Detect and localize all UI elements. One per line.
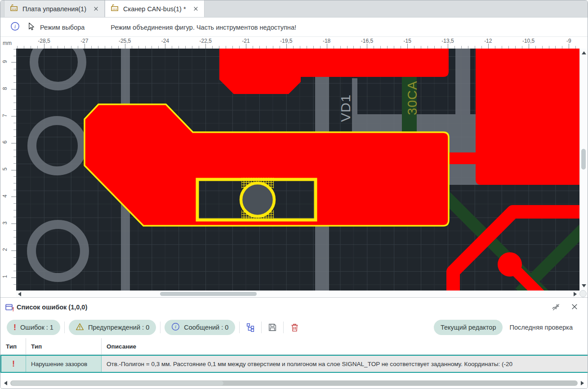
pcb-canvas-svg: VD1 30CA: [16, 49, 579, 291]
v-ruler-tick: [11, 89, 16, 89]
svg-text:i: i: [175, 324, 176, 329]
column-header-type[interactable]: Тип: [26, 338, 102, 354]
tab-control-board[interactable]: Плата управления(1): [4, 0, 105, 17]
h-ruler-tick: [286, 44, 287, 49]
v-ruler-tick: [11, 116, 16, 116]
v-ruler-tick: [11, 62, 16, 63]
v-ruler-label: 4: [2, 192, 8, 200]
component-text: 30CA: [405, 80, 419, 115]
designator-text: VD1: [338, 94, 353, 122]
select-mode-cursor-icon[interactable]: [27, 22, 36, 33]
v-ruler-tick: [11, 224, 16, 224]
h-ruler-label: -15: [404, 38, 411, 44]
vertical-scroll-thumb[interactable]: [581, 149, 586, 170]
current-editor-button[interactable]: Текущий редактор: [434, 320, 503, 335]
messages-counter-label: Сообщений : 0: [184, 324, 228, 331]
v-ruler-label: 1: [2, 273, 8, 281]
separator: [160, 322, 160, 333]
drc-error-marker[interactable]: [197, 178, 316, 221]
v-ruler-tick: [11, 143, 16, 143]
type-cell: Нарушение зазоров: [26, 356, 102, 372]
panel-close-icon[interactable]: [570, 303, 579, 313]
scroll-left-icon[interactable]: [4, 381, 7, 385]
canvas-horizontal-scrollbar[interactable]: [16, 291, 579, 297]
h-ruler-label: -9: [566, 38, 571, 44]
h-ruler-tick: [125, 44, 125, 49]
error-table: Тип Тип Описание ! Нарушение зазоров Отв…: [0, 338, 588, 373]
gray-trace: [455, 49, 470, 114]
close-tab-icon[interactable]: [93, 6, 99, 12]
separator: [283, 322, 284, 333]
app-window: Плата управления(1) Сканер CAN-bus(1) * …: [0, 0, 588, 389]
copper-via-pad: [498, 252, 522, 277]
info-icon[interactable]: i: [10, 22, 20, 33]
v-ruler-label: 7: [2, 112, 8, 120]
scroll-down-icon[interactable]: [582, 284, 586, 287]
h-ruler-tick: [246, 44, 246, 49]
h-ruler-tick: [44, 44, 45, 49]
column-header-severity[interactable]: Тип: [0, 338, 26, 354]
tab-label: Плата управления(1): [22, 5, 86, 13]
warning-icon: [76, 322, 84, 332]
v-ruler-label: 3: [2, 219, 8, 227]
table-header-row: Тип Тип Описание: [0, 338, 588, 355]
error-table-row[interactable]: ! Нарушение зазоров Отв.-Полигон = 0,3 м…: [0, 355, 588, 373]
h-ruler-label: -10,5: [522, 38, 535, 44]
error-icon: !: [13, 323, 16, 331]
pcb-canvas[interactable]: VD1 30CA: [16, 49, 579, 291]
svg-text:i: i: [14, 23, 16, 30]
v-ruler: 987654321: [0, 49, 16, 291]
h-ruler-label: -16,5: [361, 38, 373, 44]
scroll-right-icon[interactable]: [574, 292, 577, 296]
scroll-right-icon[interactable]: [581, 381, 584, 385]
h-ruler-label: -22,5: [200, 38, 212, 44]
v-ruler-label: 2: [2, 246, 8, 254]
panel-horizontal-scrollbar[interactable]: [0, 379, 588, 388]
board-document-icon: [10, 4, 18, 13]
panel-title: Список ошибок (1,0,0): [17, 304, 87, 311]
v-ruler-tick: [11, 170, 16, 170]
h-ruler-label: -21: [242, 38, 249, 44]
scroll-up-icon[interactable]: [582, 51, 586, 54]
v-ruler-label: 6: [2, 138, 8, 146]
view-toggle: Текущий редактор Последняя проверка: [434, 320, 579, 335]
horizontal-scroll-thumb[interactable]: [160, 292, 257, 296]
errors-counter-label: Ошибок : 1: [20, 324, 53, 331]
v-ruler-label: 5: [2, 165, 8, 173]
last-check-button[interactable]: Последняя проверка: [503, 320, 579, 335]
group-tree-button[interactable]: [244, 321, 257, 334]
h-ruler-label: -19,5: [280, 38, 292, 44]
h-ruler-tick: [569, 44, 569, 49]
h-ruler-label: -28,5: [38, 38, 50, 44]
panel-scroll-thumb[interactable]: [11, 381, 223, 385]
last-check-label: Последняя проверка: [509, 324, 573, 331]
scrollbar-corner-knob[interactable]: [579, 290, 587, 297]
delete-button[interactable]: [288, 321, 301, 334]
column-header-description[interactable]: Описание: [102, 338, 588, 354]
tab-can-scanner[interactable]: Сканер CAN-bus(1) *: [105, 0, 205, 17]
canvas-vertical-scrollbar[interactable]: [579, 49, 588, 291]
h-ruler-tick: [327, 44, 327, 49]
unpin-icon[interactable]: [552, 303, 561, 313]
v-ruler-tick: [11, 197, 16, 197]
panel-toolbar: ! Ошибок : 1 Предупреждений : 0 i Сообще…: [0, 317, 588, 338]
error-list-icon: !: [5, 303, 15, 314]
status-message: Режим объединения фигур. Часть инструмен…: [111, 24, 296, 31]
current-editor-label: Текущий редактор: [441, 324, 496, 331]
svg-text:!: !: [12, 306, 14, 313]
copper-trace: [449, 152, 477, 164]
description-cell: Отв.-Полигон = 0,3 мм. Расстояние 0,1 мм…: [102, 356, 588, 372]
mode-label: Режим выбора: [40, 24, 85, 31]
save-report-button[interactable]: [266, 321, 279, 334]
errors-counter-button[interactable]: ! Ошибок : 1: [7, 320, 60, 335]
v-ruler-label: 9: [2, 58, 8, 66]
separator: [261, 322, 262, 333]
warnings-counter-button[interactable]: Предупреждений : 0: [69, 320, 156, 335]
v-ruler-label: 8: [2, 85, 8, 93]
h-ruler-tick: [529, 44, 529, 49]
h-ruler-label: -27: [80, 38, 88, 44]
warnings-counter-label: Предупреждений : 0: [88, 324, 149, 331]
close-tab-icon[interactable]: [193, 6, 199, 12]
messages-counter-button[interactable]: i Сообщений : 0: [165, 320, 235, 335]
scroll-left-icon[interactable]: [18, 292, 21, 296]
